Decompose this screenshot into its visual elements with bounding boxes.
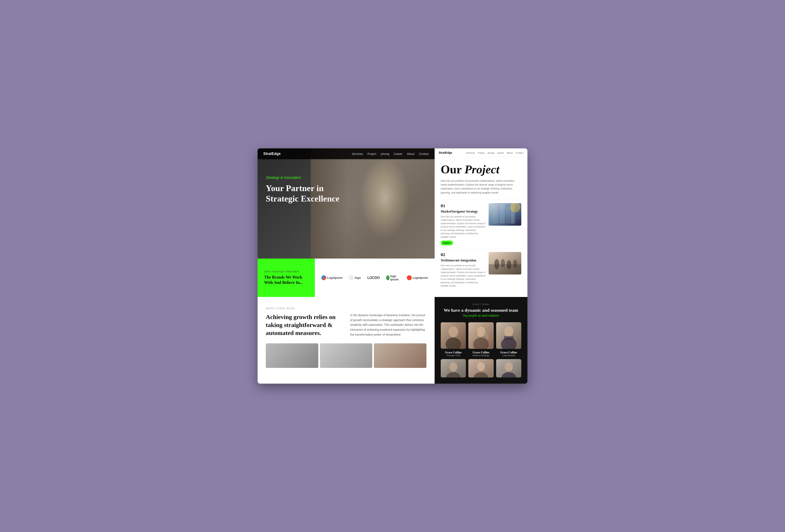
project-navigation: StratEdge Services Project pricing Caree… (435, 148, 527, 157)
svg-rect-24 (504, 336, 513, 340)
team-photo (441, 322, 466, 349)
logo-item: logo (349, 275, 361, 280)
project-nav-list: Services Project pricing Career About Co… (466, 151, 523, 154)
proj-nav-contact[interactable]: Contact (515, 152, 523, 154)
project-item-number: 01 (441, 203, 485, 208)
team-member: Grace Collins Founder CEO (441, 322, 466, 357)
about-image-3 (374, 344, 426, 368)
nav-about[interactable]: About (407, 152, 414, 155)
project-description: Dive into our portfolio of successful co… (441, 179, 518, 195)
project-item-title: TechInnovate Integration (441, 258, 485, 262)
partners-bar: OUR TRUSTED PARTNER The Brands We Work W… (258, 258, 435, 297)
project-item-desc: Dive into our portfolio of successful co… (441, 264, 485, 287)
about-text: In the dynamic landscape of business evo… (350, 313, 426, 337)
project-item-left: 02 TechInnovate Integration Dive into ou… (441, 252, 485, 289)
proj-nav-pricing[interactable]: pricing (487, 152, 494, 154)
partners-label: OUR TRUSTED PARTNER The Brands We Work W… (258, 258, 315, 297)
project-content: Our Project Dive into our portfolio of s… (435, 157, 527, 297)
svg-rect-12 (488, 252, 521, 275)
project-item-btn[interactable]: Explore (441, 240, 453, 245)
svg-point-32 (505, 362, 513, 371)
about-panel: ABOUT STRAT EDGE Achieving growth relies… (258, 297, 435, 384)
team-photo-small (469, 359, 493, 378)
proj-nav-services[interactable]: Services (466, 152, 475, 154)
project-items-list: 01 MarketNavigator Strategy Dive into ou… (441, 200, 521, 293)
project-main-title: Our Project (441, 163, 521, 176)
team-panel: OUR TEAM We have a dynamic and seasoned … (435, 297, 527, 384)
nav-career[interactable]: Career (394, 152, 403, 155)
logo-name: Logoipsum (412, 276, 428, 279)
logo-item: Logoipsum (407, 275, 428, 280)
partners-label-title: The Brands We Work With And Believe In..… (264, 275, 308, 285)
project-item-left: 01 MarketNavigator Strategy Dive into ou… (441, 203, 485, 246)
team-label: OUR TEAM (441, 303, 521, 306)
hero-content: Strategy & Innovation Your Partner in St… (258, 159, 435, 216)
team-member-role: Head of Strategy (473, 354, 489, 357)
team-member: Grace Collins Head of Strategy (469, 322, 493, 357)
svg-point-14 (449, 326, 458, 337)
team-photo-small (441, 359, 466, 378)
hero-title: Your Partner in Strategic Excellence (266, 183, 348, 204)
svg-rect-2 (500, 204, 505, 224)
svg-point-26 (449, 362, 457, 372)
project-item-image (488, 252, 521, 275)
logo-name: logo ipsum (390, 275, 400, 281)
project-item-desc: Dive into our portfolio of successful co… (441, 215, 485, 239)
team-title: We have a dynamic and seasoned team (441, 308, 521, 313)
about-image-2 (320, 344, 373, 368)
proj-nav-project[interactable]: Project (478, 152, 485, 154)
project-item-number: 02 (441, 252, 485, 257)
about-image-1 (266, 344, 318, 368)
about-label: ABOUT STRAT EDGE (266, 307, 426, 310)
nav-project[interactable]: Project (368, 152, 376, 155)
team-member-name: Grace Collins (500, 351, 517, 354)
hero-panel: StratEdge Services Project pricing Caree… (258, 148, 435, 258)
hero-nav-list: Services Project pricing Career About Co… (352, 152, 429, 156)
about-heading: Achieving growth relies on taking straig… (266, 313, 342, 337)
hero-subtitle: Strategy & Innovation (266, 176, 426, 180)
project-item-image (488, 203, 521, 226)
svg-point-29 (477, 362, 485, 371)
hero-navigation: StratEdge Services Project pricing Caree… (258, 148, 435, 159)
logo-name: logo (355, 276, 361, 279)
svg-rect-1 (493, 205, 499, 224)
proj-nav-about[interactable]: About (507, 152, 513, 154)
team-photo (496, 322, 521, 349)
logo-item: LOCDO (368, 276, 380, 280)
nav-services[interactable]: Services (352, 152, 363, 155)
project-title-our: Our (441, 163, 465, 176)
about-grid: Achieving growth relies on taking straig… (266, 313, 426, 337)
proj-nav-career[interactable]: Career (497, 152, 504, 154)
team-member: Grace Collins Lead Analyst (496, 322, 521, 357)
team-members-row2 (441, 359, 521, 378)
nav-pricing[interactable]: pricing (381, 152, 389, 155)
team-member-name: Grace Collins (445, 351, 462, 354)
team-photo-small (496, 359, 521, 378)
project-item-title: MarketNavigator Strategy (441, 210, 485, 213)
logo-item: Logoipsum (321, 275, 343, 280)
team-subtitle: Top people at each industry (441, 314, 521, 318)
project-logo: StratEdge (439, 151, 452, 154)
project-panel: StratEdge Services Project pricing Caree… (435, 148, 527, 297)
nav-contact[interactable]: Contact (419, 152, 429, 155)
partners-inner: OUR TRUSTED PARTNER The Brands We Work W… (258, 258, 435, 297)
partners-label-sub: OUR TRUSTED PARTNER (264, 271, 308, 273)
about-images (266, 344, 426, 368)
logo-item: logo ipsum (386, 275, 400, 281)
svg-point-17 (477, 327, 485, 337)
main-container: StratEdge Services Project pricing Caree… (258, 148, 527, 384)
logo-name: Logoipsum (327, 276, 343, 279)
hero-logo: StratEdge (263, 152, 281, 156)
team-members-grid: Grace Collins Founder CEO (441, 322, 521, 357)
team-member-role: Lead Analyst (502, 354, 515, 357)
partners-logos: Logoipsum logo LOCDO logo ipsum Logoipsu… (315, 258, 435, 297)
project-title-project: Project (464, 163, 500, 176)
project-item: 02 TechInnovate Integration Dive into ou… (441, 249, 521, 293)
team-member-role: Founder CEO (446, 354, 460, 357)
team-photo (469, 322, 493, 349)
project-item: 01 MarketNavigator Strategy Dive into ou… (441, 200, 521, 249)
svg-point-22 (504, 326, 513, 336)
team-member-name: Grace Collins (473, 351, 489, 354)
logo-name: LOCDO (368, 276, 380, 280)
